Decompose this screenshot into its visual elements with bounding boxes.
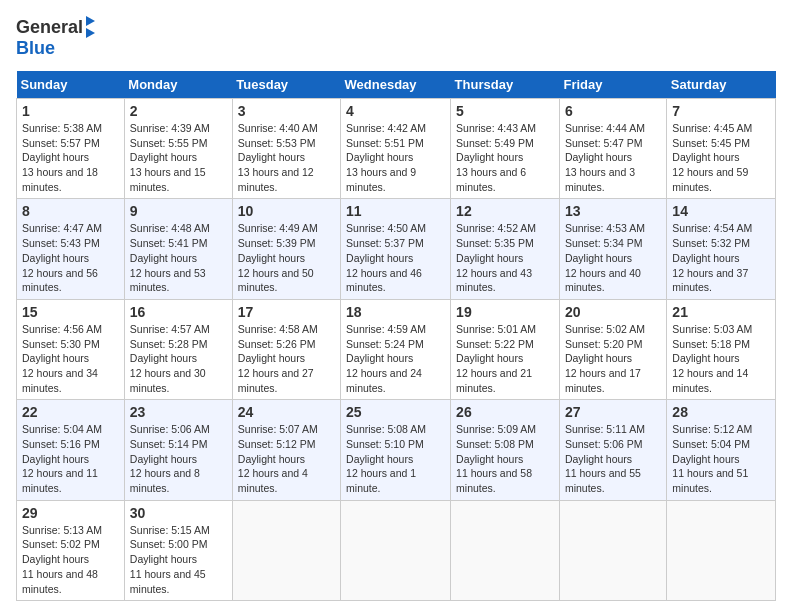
day-number: 2 (130, 103, 227, 119)
day-info: Sunrise: 5:02 AM Sunset: 5:20 PM Dayligh… (565, 322, 661, 395)
day-cell: 16 Sunrise: 4:57 AM Sunset: 5:28 PM Dayl… (124, 299, 232, 399)
day-number: 24 (238, 404, 335, 420)
column-header-wednesday: Wednesday (341, 71, 451, 99)
day-cell: 7 Sunrise: 4:45 AM Sunset: 5:45 PM Dayli… (667, 99, 776, 199)
day-cell: 12 Sunrise: 4:52 AM Sunset: 5:35 PM Dayl… (451, 199, 560, 299)
day-info: Sunrise: 5:38 AM Sunset: 5:57 PM Dayligh… (22, 121, 119, 194)
day-number: 5 (456, 103, 554, 119)
day-info: Sunrise: 4:59 AM Sunset: 5:24 PM Dayligh… (346, 322, 445, 395)
column-header-sunday: Sunday (17, 71, 125, 99)
day-cell: 20 Sunrise: 5:02 AM Sunset: 5:20 PM Dayl… (559, 299, 666, 399)
day-number: 16 (130, 304, 227, 320)
day-info: Sunrise: 4:47 AM Sunset: 5:43 PM Dayligh… (22, 221, 119, 294)
day-cell (341, 500, 451, 600)
day-info: Sunrise: 4:53 AM Sunset: 5:34 PM Dayligh… (565, 221, 661, 294)
column-header-friday: Friday (559, 71, 666, 99)
day-cell: 1 Sunrise: 5:38 AM Sunset: 5:57 PM Dayli… (17, 99, 125, 199)
day-cell: 21 Sunrise: 5:03 AM Sunset: 5:18 PM Dayl… (667, 299, 776, 399)
day-number: 23 (130, 404, 227, 420)
day-info: Sunrise: 5:08 AM Sunset: 5:10 PM Dayligh… (346, 422, 445, 495)
day-number: 18 (346, 304, 445, 320)
day-info: Sunrise: 5:01 AM Sunset: 5:22 PM Dayligh… (456, 322, 554, 395)
column-header-saturday: Saturday (667, 71, 776, 99)
day-number: 3 (238, 103, 335, 119)
day-info: Sunrise: 4:52 AM Sunset: 5:35 PM Dayligh… (456, 221, 554, 294)
day-cell: 2 Sunrise: 4:39 AM Sunset: 5:55 PM Dayli… (124, 99, 232, 199)
day-cell: 28 Sunrise: 5:12 AM Sunset: 5:04 PM Dayl… (667, 400, 776, 500)
day-cell: 29 Sunrise: 5:13 AM Sunset: 5:02 PM Dayl… (17, 500, 125, 600)
day-info: Sunrise: 5:07 AM Sunset: 5:12 PM Dayligh… (238, 422, 335, 495)
day-info: Sunrise: 4:48 AM Sunset: 5:41 PM Dayligh… (130, 221, 227, 294)
day-cell (232, 500, 340, 600)
day-number: 6 (565, 103, 661, 119)
column-header-monday: Monday (124, 71, 232, 99)
day-number: 13 (565, 203, 661, 219)
day-number: 14 (672, 203, 770, 219)
day-info: Sunrise: 5:06 AM Sunset: 5:14 PM Dayligh… (130, 422, 227, 495)
day-cell: 26 Sunrise: 5:09 AM Sunset: 5:08 PM Dayl… (451, 400, 560, 500)
column-header-tuesday: Tuesday (232, 71, 340, 99)
day-cell (559, 500, 666, 600)
day-number: 15 (22, 304, 119, 320)
day-cell: 4 Sunrise: 4:42 AM Sunset: 5:51 PM Dayli… (341, 99, 451, 199)
calendar-table: SundayMondayTuesdayWednesdayThursdayFrid… (16, 71, 776, 601)
page-header: General Blue (16, 16, 776, 59)
day-info: Sunrise: 4:57 AM Sunset: 5:28 PM Dayligh… (130, 322, 227, 395)
day-number: 17 (238, 304, 335, 320)
logo-blue-text: Blue (16, 38, 55, 59)
day-cell: 24 Sunrise: 5:07 AM Sunset: 5:12 PM Dayl… (232, 400, 340, 500)
day-number: 12 (456, 203, 554, 219)
day-number: 25 (346, 404, 445, 420)
week-row-1: 1 Sunrise: 5:38 AM Sunset: 5:57 PM Dayli… (17, 99, 776, 199)
week-row-4: 22 Sunrise: 5:04 AM Sunset: 5:16 PM Dayl… (17, 400, 776, 500)
day-number: 10 (238, 203, 335, 219)
day-number: 8 (22, 203, 119, 219)
day-cell: 5 Sunrise: 4:43 AM Sunset: 5:49 PM Dayli… (451, 99, 560, 199)
day-cell: 11 Sunrise: 4:50 AM Sunset: 5:37 PM Dayl… (341, 199, 451, 299)
day-info: Sunrise: 5:13 AM Sunset: 5:02 PM Dayligh… (22, 523, 119, 596)
day-number: 29 (22, 505, 119, 521)
day-cell: 17 Sunrise: 4:58 AM Sunset: 5:26 PM Dayl… (232, 299, 340, 399)
day-info: Sunrise: 5:03 AM Sunset: 5:18 PM Dayligh… (672, 322, 770, 395)
day-number: 7 (672, 103, 770, 119)
day-number: 11 (346, 203, 445, 219)
day-info: Sunrise: 5:12 AM Sunset: 5:04 PM Dayligh… (672, 422, 770, 495)
column-header-thursday: Thursday (451, 71, 560, 99)
day-cell: 27 Sunrise: 5:11 AM Sunset: 5:06 PM Dayl… (559, 400, 666, 500)
day-info: Sunrise: 4:58 AM Sunset: 5:26 PM Dayligh… (238, 322, 335, 395)
day-info: Sunrise: 5:09 AM Sunset: 5:08 PM Dayligh… (456, 422, 554, 495)
week-row-3: 15 Sunrise: 4:56 AM Sunset: 5:30 PM Dayl… (17, 299, 776, 399)
day-cell: 25 Sunrise: 5:08 AM Sunset: 5:10 PM Dayl… (341, 400, 451, 500)
day-cell: 22 Sunrise: 5:04 AM Sunset: 5:16 PM Dayl… (17, 400, 125, 500)
day-info: Sunrise: 4:40 AM Sunset: 5:53 PM Dayligh… (238, 121, 335, 194)
day-number: 20 (565, 304, 661, 320)
day-info: Sunrise: 5:15 AM Sunset: 5:00 PM Dayligh… (130, 523, 227, 596)
day-number: 1 (22, 103, 119, 119)
day-info: Sunrise: 4:43 AM Sunset: 5:49 PM Dayligh… (456, 121, 554, 194)
week-row-2: 8 Sunrise: 4:47 AM Sunset: 5:43 PM Dayli… (17, 199, 776, 299)
column-headers: SundayMondayTuesdayWednesdayThursdayFrid… (17, 71, 776, 99)
day-cell: 3 Sunrise: 4:40 AM Sunset: 5:53 PM Dayli… (232, 99, 340, 199)
day-info: Sunrise: 4:56 AM Sunset: 5:30 PM Dayligh… (22, 322, 119, 395)
day-cell: 23 Sunrise: 5:06 AM Sunset: 5:14 PM Dayl… (124, 400, 232, 500)
day-info: Sunrise: 5:11 AM Sunset: 5:06 PM Dayligh… (565, 422, 661, 495)
day-info: Sunrise: 4:49 AM Sunset: 5:39 PM Dayligh… (238, 221, 335, 294)
day-number: 26 (456, 404, 554, 420)
day-cell: 18 Sunrise: 4:59 AM Sunset: 5:24 PM Dayl… (341, 299, 451, 399)
day-info: Sunrise: 4:45 AM Sunset: 5:45 PM Dayligh… (672, 121, 770, 194)
day-cell: 13 Sunrise: 4:53 AM Sunset: 5:34 PM Dayl… (559, 199, 666, 299)
week-row-5: 29 Sunrise: 5:13 AM Sunset: 5:02 PM Dayl… (17, 500, 776, 600)
day-info: Sunrise: 4:42 AM Sunset: 5:51 PM Dayligh… (346, 121, 445, 194)
logo: General Blue (16, 16, 95, 59)
day-cell (451, 500, 560, 600)
day-info: Sunrise: 4:39 AM Sunset: 5:55 PM Dayligh… (130, 121, 227, 194)
day-cell: 6 Sunrise: 4:44 AM Sunset: 5:47 PM Dayli… (559, 99, 666, 199)
day-number: 27 (565, 404, 661, 420)
day-number: 9 (130, 203, 227, 219)
day-cell: 15 Sunrise: 4:56 AM Sunset: 5:30 PM Dayl… (17, 299, 125, 399)
day-cell: 9 Sunrise: 4:48 AM Sunset: 5:41 PM Dayli… (124, 199, 232, 299)
day-number: 30 (130, 505, 227, 521)
day-info: Sunrise: 4:54 AM Sunset: 5:32 PM Dayligh… (672, 221, 770, 294)
day-cell: 30 Sunrise: 5:15 AM Sunset: 5:00 PM Dayl… (124, 500, 232, 600)
day-number: 22 (22, 404, 119, 420)
